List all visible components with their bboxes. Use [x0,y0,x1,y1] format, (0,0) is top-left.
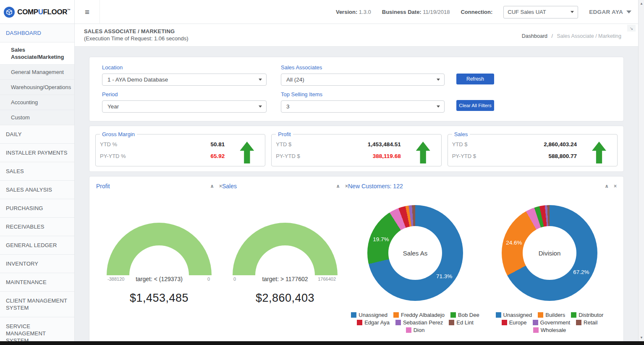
gauge-arc [107,223,212,275]
legend-label: Dion [414,327,425,333]
legend-label: Bob Dee [458,312,479,318]
sidebar-item-warehousing-operations[interactable]: Warehousing/Operations [0,80,74,95]
app-logo: COMPUFLOOR™ [0,0,75,24]
refresh-button[interactable]: Refresh [456,74,494,84]
legend-label: Edgar Aya [364,319,390,326]
gauge-arc [233,223,338,275]
gauge-target-label: target: < (129373) [107,276,212,282]
legend-label: Distributor [579,312,603,318]
legend-swatch-icon [502,320,507,325]
legend-item-edgar-aya[interactable]: Edgar Aya [357,319,390,326]
sales-associates-label: Sales Associates [281,64,445,71]
legend-item-bob-dee[interactable]: Bob Dee [450,312,479,318]
kpi-row-value: 50.81 [146,141,225,147]
collapse-header-icon[interactable]: ↘ [627,25,636,32]
kpi-card-gross-margin: Gross Margin YTD %50.81 PY-YTD %65.92 [95,131,265,166]
filters-panel: Location 1 - AYA Demo Database Period Ye… [89,57,624,121]
hamburger-menu-icon[interactable]: ≡ [75,0,100,24]
legend-label: Wholesale [541,327,566,333]
legend-item-unassigned[interactable]: Unassigned [496,312,532,318]
sidebar-item-receivables[interactable]: RECEIVABLES [0,218,74,236]
legend-swatch-icon [450,312,456,318]
sidebar-item-sales-associate-marketing[interactable]: Sales Associate/Marketing [0,42,74,65]
kpi-card-profit: Profit YTD $1,453,484.51 PY-YTD $388,119… [271,131,441,166]
horizontal-scrollbar[interactable] [0,341,644,345]
legend-item-retail[interactable]: Retail [576,319,597,326]
scroll-down-icon[interactable]: ▼ [639,336,644,340]
legend-item-government[interactable]: Government [533,319,571,326]
legend-item-sebastian-perez[interactable]: Sebastian Perez [395,319,443,326]
kpi-panel: Gross Margin YTD %50.81 PY-YTD %65.92 Pr… [89,126,624,172]
sidebar-item-service-management-system[interactable]: SERVICE MANAGEMENT SYSTEM [0,317,74,341]
legend-item-ed-lint[interactable]: Ed Lint [449,319,473,326]
legend-item-dion[interactable]: Dion [406,327,425,333]
slice-percent-label: 67.2% [573,269,589,275]
sidebar-item-sales[interactable]: SALES [0,162,74,181]
legend-label: Freddy Albaladejo [401,312,445,318]
sidebar-item-sales-analysis[interactable]: SALES ANALYSIS [0,181,74,199]
kpi-row-label: YTD % [100,141,146,147]
legend-label: Builders [545,312,565,318]
breadcrumb-dashboard-link[interactable]: Dashboard [522,33,547,39]
connection-select[interactable]: CUF Sales UAT [503,6,578,18]
sidebar-item-general-management[interactable]: General Management [0,65,74,80]
sidebar-item-inventory[interactable]: INVENTORY [0,255,74,273]
legend-item-wholesale[interactable]: Wholesale [533,327,566,333]
close-widget-icon[interactable]: × [614,183,617,189]
gauge-value: $1,453,485 [107,292,212,305]
legend-item-europe[interactable]: Europe [502,319,527,326]
period-select[interactable]: Year [102,100,267,113]
charts-panel: Profit ∧× -388120 target: < (129373) 0 $… [89,176,624,341]
scroll-up-icon[interactable]: ▲ [639,2,644,5]
new-customers-widget: New Customers: 122 ∧× Sales As71.3%19.7%… [348,182,617,341]
location-select[interactable]: 1 - AYA Demo Database [102,74,267,86]
slice-percent-label: 24.6% [506,240,522,246]
close-widget-icon[interactable]: × [219,183,222,189]
legend-swatch-icon [571,312,576,318]
clear-all-filters-button[interactable]: Clear All Filters [456,100,494,111]
sidebar-item-custom[interactable]: Custom [0,110,74,125]
widget-title: Profit [96,183,110,190]
sales-gauge-widget: Sales ∧× 0 target: > 1177602 1766402 $2,… [222,182,348,341]
gauge-max-tick: 0 [207,277,210,282]
sidebar-item-accounting[interactable]: Accounting [0,95,74,110]
legend-label: Sebastian Perez [403,319,443,326]
kpi-row-label: PY-YTD $ [452,153,498,159]
legend-swatch-icon [406,327,411,333]
collapse-widget-icon[interactable]: ∧ [605,183,609,189]
sales-as-donut-chart: Sales As71.3%19.7%UnassignedFreddy Albal… [348,205,482,333]
close-widget-icon[interactable]: × [345,183,348,189]
sidebar-item-installer-payments[interactable]: INSTALLER PAYMENTS [0,144,74,162]
legend-item-freddy-albaladejo[interactable]: Freddy Albaladejo [393,312,445,318]
sidebar-item-dashboard[interactable]: DASHBOARD [0,24,74,42]
sales-associates-select[interactable]: All (24) [281,74,445,86]
collapse-widget-icon[interactable]: ∧ [336,183,340,189]
legend-swatch-icon [395,320,401,325]
breadcrumb-current: Sales Associate / Marketing [557,33,621,39]
collapse-widget-icon[interactable]: ∧ [210,183,214,189]
sidebar-item-daily[interactable]: DAILY [0,125,74,144]
kpi-row-label: PY-YTD $ [276,153,322,159]
sidebar-item-general-ledger[interactable]: GENERAL LEDGER [0,236,74,255]
legend-swatch-icon [533,327,539,333]
widget-title: Sales [222,183,237,190]
slice-percent-label: 71.3% [436,273,452,279]
sidebar-item-maintenance[interactable]: MAINTENANCE [0,273,74,292]
legend-label: Retail [584,319,597,326]
kpi-title: Profit [276,131,293,137]
period-label: Period [102,91,267,97]
legend-swatch-icon [393,312,399,318]
legend-item-builders[interactable]: Builders [538,312,565,318]
sidebar-item-purchasing[interactable]: PURCHASING [0,199,74,218]
sidebar-item-client-management-system[interactable]: CLIENT MANAGEMENT SYSTEM [0,292,74,317]
top-selling-items-select[interactable]: 3 [281,100,445,113]
compufloor-logo-icon [4,7,15,18]
legend-item-distributor[interactable]: Distributor [571,312,603,318]
legend-item-unassigned[interactable]: Unassigned [351,312,387,318]
legend-swatch-icon [538,312,543,318]
kpi-title: Sales [452,131,470,137]
legend-label: Government [540,319,571,326]
user-menu[interactable]: EDGAR AYA [589,9,631,15]
sidebar-nav: DASHBOARDSales Associate/MarketingGenera… [0,24,75,341]
vertical-scrollbar[interactable]: ▲ ▼ [638,0,644,341]
